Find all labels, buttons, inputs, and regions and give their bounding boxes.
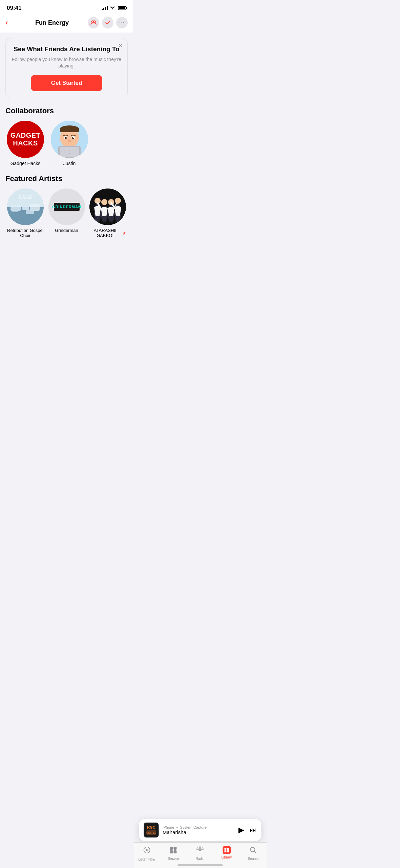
collaborator-gadget-hacks[interactable]: GADGETHACKS Gadget Hacks bbox=[7, 121, 44, 166]
nav-actions: ··· bbox=[88, 17, 128, 28]
svg-point-12 bbox=[73, 137, 74, 138]
grinderman-avatar: GRINDERMAN bbox=[48, 189, 85, 225]
svg-point-10 bbox=[72, 137, 74, 139]
collaborators-list: GADGETHACKS Gadget Hacks bbox=[5, 121, 128, 166]
atarashii-avatar bbox=[89, 189, 126, 225]
grinderman-name: Grinderman bbox=[55, 228, 78, 233]
nav-bar: ‹ Fun Energy ··· bbox=[0, 14, 133, 33]
friends-button[interactable] bbox=[88, 17, 99, 28]
svg-rect-27 bbox=[12, 209, 18, 212]
artist-atarashii[interactable]: ATARASHII GAKKO! ★ bbox=[89, 189, 126, 238]
more-button[interactable]: ··· bbox=[116, 17, 128, 28]
banner-close-button[interactable]: ✕ bbox=[118, 42, 123, 49]
status-time: 09:41 bbox=[7, 5, 21, 12]
checkmark-button[interactable] bbox=[102, 17, 113, 28]
star-badge: ★ bbox=[122, 231, 126, 236]
featured-artists-section: Featured Artists bbox=[5, 174, 128, 238]
collaborators-section: Collaborators GADGETHACKS Gadget Hacks bbox=[5, 106, 128, 166]
svg-rect-28 bbox=[26, 210, 34, 214]
svg-rect-6 bbox=[60, 128, 79, 132]
main-content: ✕ See What Friends Are Listening To Foll… bbox=[0, 33, 133, 299]
status-bar: 09:41 bbox=[0, 0, 133, 14]
banner-subtitle: Follow people you know to browse the mus… bbox=[11, 56, 122, 70]
atarashii-name: ATARASHII GAKKO! ★ bbox=[89, 228, 126, 238]
artists-list: RETRIBUTION GOSPEL CHOIR Retribution Gos… bbox=[5, 189, 128, 238]
svg-point-9 bbox=[65, 137, 67, 139]
artist-grinderman[interactable]: GRINDERMAN Grinderman bbox=[48, 189, 85, 238]
collaborators-title: Collaborators bbox=[5, 106, 128, 115]
banner-title: See What Friends Are Listening To bbox=[11, 45, 122, 54]
page-title: Fun Energy bbox=[16, 19, 88, 26]
get-started-button[interactable]: Get Started bbox=[31, 75, 103, 91]
gadget-hacks-avatar: GADGETHACKS bbox=[7, 121, 44, 158]
justin-avatar:  bbox=[51, 121, 88, 158]
svg-text:GRINDERMAN: GRINDERMAN bbox=[52, 205, 81, 209]
retribution-avatar: RETRIBUTION GOSPEL CHOIR bbox=[7, 189, 44, 225]
battery-icon bbox=[118, 6, 126, 10]
svg-point-42 bbox=[101, 199, 107, 205]
featured-artists-title: Featured Artists bbox=[5, 174, 128, 183]
wifi-icon bbox=[110, 5, 115, 11]
svg-point-13 bbox=[68, 140, 71, 142]
justin-memoji:  bbox=[51, 121, 88, 158]
gadget-hacks-name: Gadget Hacks bbox=[10, 161, 41, 166]
collaborator-justin[interactable]:  Justin bbox=[51, 121, 88, 166]
back-button[interactable]: ‹ bbox=[5, 18, 16, 27]
friends-banner: ✕ See What Friends Are Listening To Foll… bbox=[5, 38, 128, 98]
svg-point-11 bbox=[66, 137, 66, 138]
svg-text:GOSPEL CHOIR: GOSPEL CHOIR bbox=[19, 197, 32, 199]
svg-text::  bbox=[68, 149, 70, 155]
justin-name: Justin bbox=[63, 161, 76, 166]
signal-icon bbox=[102, 6, 108, 10]
svg-text:RETRIBUTION: RETRIBUTION bbox=[18, 194, 32, 196]
gadget-hacks-logo-text: GADGETHACKS bbox=[10, 132, 41, 147]
retribution-name: Retribution Gospel Choir bbox=[7, 228, 44, 238]
svg-point-48 bbox=[115, 198, 121, 204]
status-icons bbox=[102, 5, 126, 11]
artist-retribution[interactable]: RETRIBUTION GOSPEL CHOIR Retribution Gos… bbox=[7, 189, 44, 238]
